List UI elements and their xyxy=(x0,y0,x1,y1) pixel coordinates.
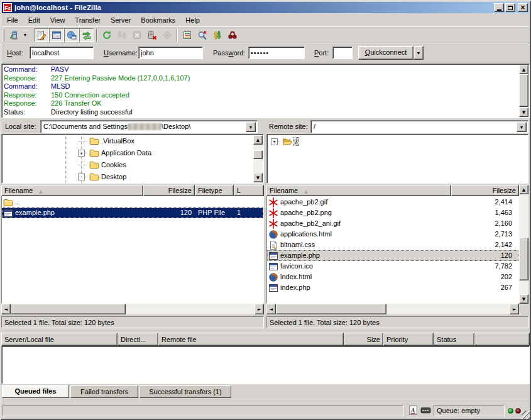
column-header-filesize[interactable]: Filesize xyxy=(143,185,195,196)
transfer-type-icon[interactable] xyxy=(408,405,419,416)
host-label: Host: xyxy=(7,49,23,57)
listing-filters-button[interactable] xyxy=(180,28,195,42)
menu-bookmarks[interactable]: Bookmarks xyxy=(136,15,180,25)
username-input[interactable] xyxy=(138,47,203,59)
scroll-left-button[interactable]: ◄ xyxy=(266,304,276,314)
tree-item-root[interactable]: + / xyxy=(271,136,528,147)
reconnect-button[interactable] xyxy=(160,28,175,42)
column-header-filetype[interactable]: Filetype xyxy=(195,185,234,196)
file-row[interactable]: apache_pb2_ani.gif 2,160 xyxy=(267,218,518,229)
file-row-parent[interactable]: .. xyxy=(2,197,263,207)
file-search-button[interactable] xyxy=(195,28,210,42)
remote-v-scrollbar-thumb[interactable] xyxy=(519,238,528,280)
directory-comparison-button[interactable] xyxy=(225,28,240,42)
app-icon[interactable]: Fz xyxy=(3,3,12,12)
ico-file-icon xyxy=(268,262,278,272)
local-h-scrollbar-thumb[interactable] xyxy=(11,304,126,314)
expand-icon[interactable]: + xyxy=(78,150,85,157)
scroll-left-button[interactable]: ◄ xyxy=(1,304,11,314)
close-button[interactable]: × xyxy=(518,3,528,12)
tab-failed-transfers[interactable]: Failed transfers xyxy=(70,385,138,398)
disconnect-button[interactable] xyxy=(145,28,160,42)
apache-file-icon xyxy=(268,208,278,218)
title-bar[interactable]: Fz john@localhost - FileZilla × xyxy=(2,2,529,13)
collapse-icon[interactable]: - xyxy=(78,174,85,180)
menu-transfer[interactable]: Transfer xyxy=(70,15,106,25)
toggle-remote-tree-button[interactable] xyxy=(64,28,79,42)
port-input[interactable] xyxy=(332,47,353,59)
toggle-local-tree-button[interactable] xyxy=(49,28,64,42)
remote-site-combo[interactable]: / ▼ xyxy=(310,120,528,133)
tree-item-virtualbox[interactable]: .VirtualBox xyxy=(2,135,263,146)
status-badge-icon[interactable] xyxy=(420,405,431,416)
username-label: Username: xyxy=(104,49,138,57)
host-input[interactable] xyxy=(30,47,94,59)
file-row[interactable]: applications.html 2,713 xyxy=(267,229,518,240)
file-row[interactable]: index.php 267 xyxy=(267,282,518,293)
tree-item-cookies[interactable]: Cookies xyxy=(2,159,263,170)
synchronized-browsing-button[interactable] xyxy=(210,28,225,42)
column-header-modified[interactable]: L xyxy=(234,185,264,196)
column-header-status[interactable]: Status xyxy=(434,333,474,346)
quickconnect-dropdown[interactable]: ▼ xyxy=(413,46,424,60)
toggle-queue-button[interactable] xyxy=(79,28,94,42)
menu-file[interactable]: File xyxy=(2,15,23,25)
scroll-up-button[interactable]: ▲ xyxy=(519,185,528,194)
file-row[interactable]: bitnami.css 2,142 xyxy=(267,240,518,250)
cancel-operation-button[interactable] xyxy=(129,28,145,42)
file-row[interactable]: apache_pb2.gif 2,414 xyxy=(267,197,518,207)
file-row-example-php[interactable]: example.php 120 xyxy=(267,250,518,261)
file-row-example-php[interactable]: example.php 120 PHP File 1 xyxy=(2,207,263,218)
statusbar-message-panel xyxy=(3,405,403,416)
log-scrollbar-thumb[interactable] xyxy=(519,74,528,107)
refresh-button[interactable] xyxy=(99,28,114,42)
expand-icon[interactable]: + xyxy=(271,138,278,145)
message-log-icon xyxy=(36,30,47,40)
toolbar-grip[interactable] xyxy=(3,29,4,41)
menu-edit[interactable]: Edit xyxy=(23,15,45,25)
column-header-filename[interactable]: Filename xyxy=(1,185,143,196)
tree-item-application-data[interactable]: + Application Data xyxy=(2,147,263,158)
toggle-message-log-button[interactable] xyxy=(34,28,49,42)
local-tree-scrollbar-thumb[interactable] xyxy=(253,150,263,159)
column-header-server-local-file[interactable]: Server/Local file xyxy=(1,333,118,346)
folder-icon xyxy=(89,160,99,170)
combo-dropdown-icon[interactable]: ▼ xyxy=(246,122,256,132)
column-header-filesize[interactable]: Filesize xyxy=(451,185,519,196)
scroll-down-button[interactable]: ▼ xyxy=(519,294,528,304)
scroll-right-button[interactable]: ► xyxy=(510,304,519,314)
scroll-right-button[interactable]: ► xyxy=(255,304,264,314)
minimize-button[interactable] xyxy=(494,3,504,12)
site-manager-button[interactable] xyxy=(6,28,21,42)
tab-queued-files[interactable]: Queued files xyxy=(2,385,69,398)
process-queue-button[interactable] xyxy=(114,28,129,42)
menu-server[interactable]: Server xyxy=(106,15,136,25)
local-list-header: Filename Filesize Filetype L xyxy=(1,185,264,196)
quickconnect-button[interactable]: Quickconnect xyxy=(358,46,413,60)
site-manager-dropdown[interactable]: ▼ xyxy=(21,28,29,42)
port-label: Port: xyxy=(314,49,329,57)
tab-successful-transfers[interactable]: Successful transfers (1) xyxy=(140,385,231,398)
column-header-remote-file[interactable]: Remote file xyxy=(158,333,344,346)
column-header-priority[interactable]: Priority xyxy=(383,333,434,346)
queue-list[interactable] xyxy=(1,346,530,384)
file-row[interactable]: apache_pb2.png 1,463 xyxy=(267,207,518,218)
combo-dropdown-icon[interactable]: ▼ xyxy=(517,122,527,132)
scroll-down-button[interactable]: ▼ xyxy=(253,173,263,182)
password-input[interactable] xyxy=(248,47,305,59)
file-row[interactable]: index.html 202 xyxy=(267,272,518,282)
tree-item-desktop[interactable]: - Desktop xyxy=(2,171,263,182)
scroll-up-button[interactable]: ▲ xyxy=(253,135,263,145)
column-header-direction[interactable]: Directi... xyxy=(118,333,158,346)
column-header-filename[interactable]: Filename xyxy=(266,185,451,196)
menu-help[interactable]: Help xyxy=(180,15,205,25)
resize-grip[interactable] xyxy=(522,411,530,419)
scroll-down-button[interactable]: ▼ xyxy=(519,108,528,117)
local-site-combo[interactable]: C:\Documents and Settings\Desktop\ ▼ xyxy=(40,120,258,133)
menu-view[interactable]: View xyxy=(45,15,70,25)
column-header-size[interactable]: Size xyxy=(344,333,383,346)
scroll-up-button[interactable]: ▲ xyxy=(519,65,528,74)
maximize-button[interactable] xyxy=(505,3,515,12)
remote-h-scrollbar-thumb[interactable] xyxy=(276,304,386,314)
file-row[interactable]: favicon.ico 7,782 xyxy=(267,261,518,272)
